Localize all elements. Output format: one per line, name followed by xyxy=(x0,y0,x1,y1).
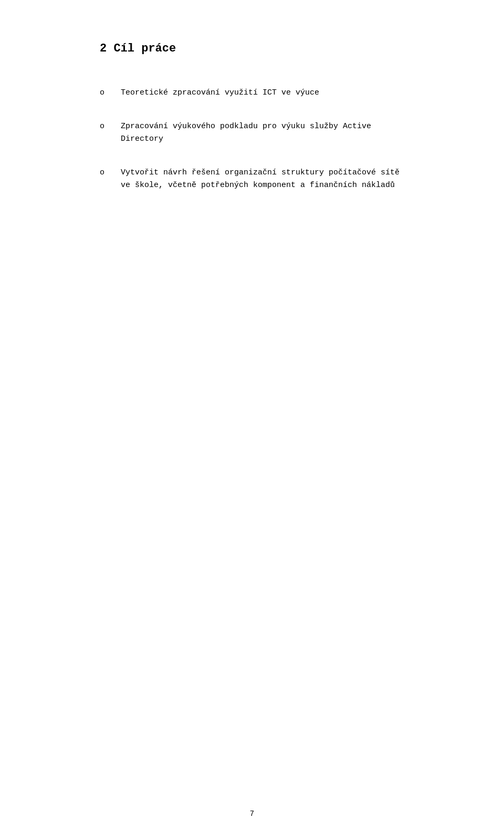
bullet-text-3: Vytvořit návrh řešení organizační strukt… xyxy=(121,167,404,192)
list-item: o Teoretické zpracování využití ICT ve v… xyxy=(100,87,404,99)
bullet-marker-2: o xyxy=(100,120,121,133)
bullet-marker-3: o xyxy=(100,167,121,179)
bullet-marker-1: o xyxy=(100,87,121,99)
section-heading: 2 Cíl práce xyxy=(100,42,404,55)
list-item: o Vytvořit návrh řešení organizační stru… xyxy=(100,167,404,192)
list-item: o Zpracování výukového podkladu pro výuk… xyxy=(100,120,404,146)
page-container: 2 Cíl práce o Teoretické zpracování využ… xyxy=(68,0,436,839)
bullet-text-2: Zpracování výukového podkladu pro výuku … xyxy=(121,120,404,146)
bullet-list: o Teoretické zpracování využití ICT ve v… xyxy=(100,87,404,192)
page-number: 7 xyxy=(250,810,254,818)
bullet-text-1: Teoretické zpracování využití ICT ve výu… xyxy=(121,87,404,99)
